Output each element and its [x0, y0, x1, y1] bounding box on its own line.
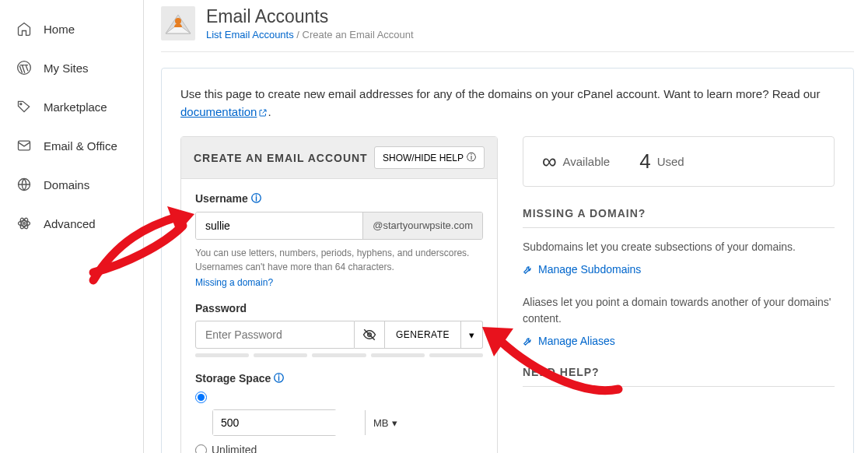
- sidebar-item-advanced[interactable]: Advanced: [0, 204, 143, 243]
- sidebar-item-label: Email & Office: [44, 139, 117, 153]
- missing-domain-title: MISSING A DOMAIN?: [523, 207, 835, 228]
- create-email-card: CREATE AN EMAIL ACCOUNT SHOW/HIDE HELPⓘ …: [180, 136, 498, 453]
- breadcrumb-current: Create an Email Account: [303, 29, 414, 40]
- tag-icon: [16, 98, 33, 115]
- page-header: Email Accounts List Email Accounts / Cre…: [161, 0, 854, 52]
- email-accounts-icon: [161, 6, 195, 40]
- username-label: Usernameⓘ: [195, 191, 483, 205]
- sidebar-item-home[interactable]: Home: [0, 9, 143, 48]
- wordpress-icon: [16, 59, 33, 76]
- content-panel: Use this page to create new email addres…: [161, 68, 854, 453]
- storage-unlimited-radio[interactable]: Unlimited: [195, 444, 483, 453]
- domain-suffix[interactable]: @startyourwpsite.com: [362, 212, 482, 239]
- home-icon: [16, 20, 33, 37]
- wrench-icon: [523, 335, 534, 346]
- mail-icon: [16, 137, 33, 154]
- alias-text: Aliases let you point a domain towards a…: [523, 294, 835, 327]
- need-help-title: NEED HELP?: [523, 366, 835, 387]
- sidebar-item-label: Advanced: [44, 217, 96, 230]
- generate-password-button[interactable]: GENERATE: [385, 321, 461, 349]
- sidebar-item-marketplace[interactable]: Marketplace: [0, 87, 143, 126]
- username-hint: You can use letters, numbers, periods, h…: [195, 246, 483, 274]
- sidebar-item-label: Marketplace: [44, 100, 107, 114]
- caret-down-icon: ▾: [469, 329, 474, 341]
- sidebar: Home My Sites Marketplace Email & Office…: [0, 0, 144, 453]
- account-stats: ∞Available 4Used: [523, 136, 835, 187]
- svg-point-4: [23, 223, 26, 225]
- svg-rect-2: [19, 141, 30, 150]
- breadcrumb-link[interactable]: List Email Accounts: [206, 29, 294, 40]
- sidebar-item-domains[interactable]: Domains: [0, 165, 143, 204]
- breadcrumb: List Email Accounts / Create an Email Ac…: [206, 29, 414, 40]
- question-icon: ⓘ: [467, 151, 476, 164]
- storage-value-input[interactable]: [213, 410, 365, 435]
- storage-custom-radio[interactable]: [195, 392, 483, 403]
- available-count: ∞: [542, 149, 557, 174]
- manage-subdomains-link[interactable]: Manage Subdomains: [523, 263, 835, 276]
- sidebar-item-label: My Sites: [44, 61, 89, 75]
- missing-domain-link[interactable]: Missing a domain?: [195, 277, 483, 288]
- subdomain-text: Subdomains let you create subsections of…: [523, 239, 835, 255]
- page-title: Email Accounts: [206, 6, 414, 27]
- card-title: CREATE AN EMAIL ACCOUNT: [194, 152, 368, 164]
- wrench-icon: [523, 264, 534, 275]
- intro-text: Use this page to create new email addres…: [180, 86, 835, 121]
- sidebar-item-email[interactable]: Email & Office: [0, 126, 143, 165]
- username-input[interactable]: [196, 212, 362, 239]
- atom-icon: [16, 215, 33, 232]
- password-strength-meter: [195, 353, 483, 357]
- globe-icon: [16, 176, 33, 193]
- svg-point-1: [20, 104, 22, 105]
- help-icon[interactable]: ⓘ: [274, 371, 284, 385]
- sidebar-item-label: Home: [44, 23, 75, 36]
- manage-aliases-link[interactable]: Manage Aliases: [523, 335, 835, 347]
- svg-point-8: [175, 18, 181, 24]
- documentation-link[interactable]: documentation: [180, 105, 268, 118]
- main: Email Accounts List Email Accounts / Cre…: [144, 0, 868, 453]
- eye-slash-icon: [362, 328, 376, 342]
- password-input[interactable]: [195, 321, 355, 349]
- sidebar-item-label: Domains: [44, 178, 89, 191]
- used-count: 4: [639, 149, 650, 174]
- storage-label: Storage Spaceⓘ: [195, 371, 483, 385]
- caret-down-icon: ▾: [392, 417, 397, 429]
- svg-point-5: [19, 221, 30, 226]
- storage-unit-dropdown[interactable]: MB▾: [365, 410, 405, 435]
- toggle-password-button[interactable]: [355, 321, 385, 349]
- external-link-icon: [258, 108, 268, 118]
- help-icon[interactable]: ⓘ: [251, 191, 261, 205]
- show-hide-help-button[interactable]: SHOW/HIDE HELPⓘ: [374, 146, 485, 169]
- sidebar-item-mysites[interactable]: My Sites: [0, 48, 143, 87]
- password-label: Password: [195, 302, 483, 314]
- generate-options-button[interactable]: ▾: [461, 321, 483, 349]
